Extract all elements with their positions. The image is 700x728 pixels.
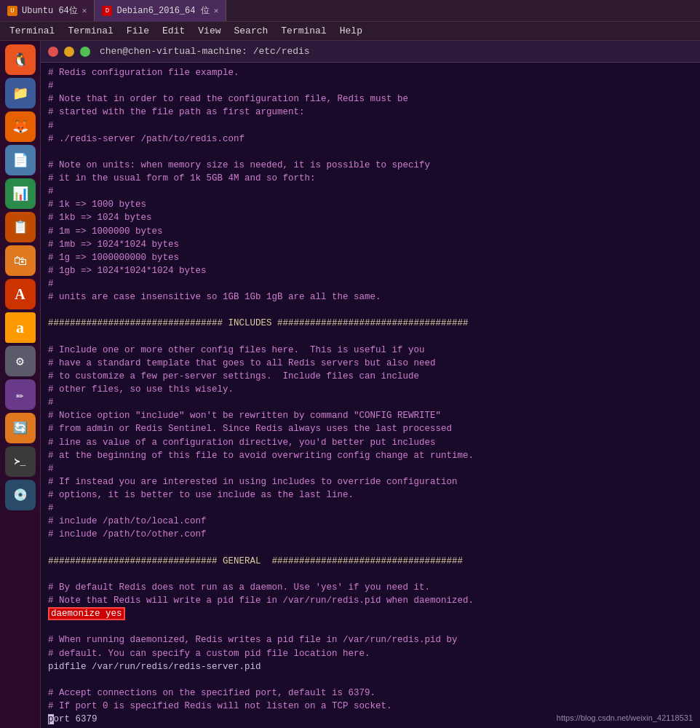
menu-terminal1[interactable]: Terminal xyxy=(4,24,60,38)
terminal-titlebar: chen@chen-virtual-machine: /etc/redis xyxy=(41,41,700,63)
taskbar: U Ubuntu 64位 ✕ D Debian6_2016_64 位 ✕ xyxy=(0,0,700,22)
tab-ubuntu-label: Ubuntu 64位 xyxy=(22,4,78,17)
menu-search[interactable]: Search xyxy=(228,24,274,38)
window-min-button[interactable] xyxy=(64,47,74,57)
sidebar-icon-edit[interactable]: ✏ xyxy=(5,379,36,410)
tab-debian-label: Debian6_2016_64 位 xyxy=(116,4,209,17)
terminal-container: 🐧 📁 🦊 📄 📊 📋 🛍 A a ⚙ ✏ 🔄 ≻_ 💿 chen@chen-v… xyxy=(0,41,700,728)
sidebar-icon-firefox[interactable]: 🦊 xyxy=(5,111,36,142)
tab-debian-close[interactable]: ✕ xyxy=(214,6,219,15)
sidebar-icon-terminal[interactable]: ≻_ xyxy=(5,446,36,477)
tab-ubuntu[interactable]: U Ubuntu 64位 ✕ xyxy=(0,0,95,21)
sidebar: 🐧 📁 🦊 📄 📊 📋 🛍 A a ⚙ ✏ 🔄 ≻_ 💿 xyxy=(0,41,41,728)
sidebar-icon-font[interactable]: A xyxy=(5,279,36,309)
menu-terminal3[interactable]: Terminal xyxy=(275,24,332,38)
terminal-main: chen@chen-virtual-machine: /etc/redis # … xyxy=(41,41,700,728)
terminal-text: # Redis configuration file example. # # … xyxy=(48,66,693,728)
menu-edit[interactable]: Edit xyxy=(156,24,191,38)
sidebar-icon-dvd[interactable]: 💿 xyxy=(5,480,36,510)
ubuntu-tab-icon: U xyxy=(7,6,17,16)
window-max-button[interactable] xyxy=(80,47,90,57)
tab-ubuntu-close[interactable]: ✕ xyxy=(82,6,87,15)
menubar: Terminal Terminal File Edit View Search … xyxy=(0,22,700,41)
sidebar-icon-docs[interactable]: 📄 xyxy=(5,145,36,175)
menu-view[interactable]: View xyxy=(192,24,226,38)
sidebar-icon-slides[interactable]: 📋 xyxy=(5,212,36,242)
sidebar-icon-amazon[interactable]: a xyxy=(5,312,36,343)
sidebar-icon-ubuntu[interactable]: 🐧 xyxy=(5,44,36,75)
menu-file[interactable]: File xyxy=(121,24,155,38)
window-close-button[interactable] xyxy=(48,47,58,57)
tab-debian[interactable]: D Debian6_2016_64 位 ✕ xyxy=(95,0,226,21)
watermark: https://blog.csdn.net/weixin_42118531 xyxy=(557,713,693,722)
terminal-content[interactable]: # Redis configuration file example. # # … xyxy=(41,63,700,728)
sidebar-icon-files[interactable]: 📁 xyxy=(5,78,36,108)
sidebar-icon-store[interactable]: 🛍 xyxy=(5,245,36,276)
titlebar-text: chen@chen-virtual-machine: /etc/redis xyxy=(100,46,310,57)
sidebar-icon-settings[interactable]: ⚙ xyxy=(5,346,36,376)
sidebar-icon-sheets[interactable]: 📊 xyxy=(5,178,36,209)
menu-terminal2[interactable]: Terminal xyxy=(62,24,119,38)
menu-help[interactable]: Help xyxy=(334,24,368,38)
sidebar-icon-update[interactable]: 🔄 xyxy=(5,413,36,443)
debian-tab-icon: D xyxy=(102,6,112,16)
